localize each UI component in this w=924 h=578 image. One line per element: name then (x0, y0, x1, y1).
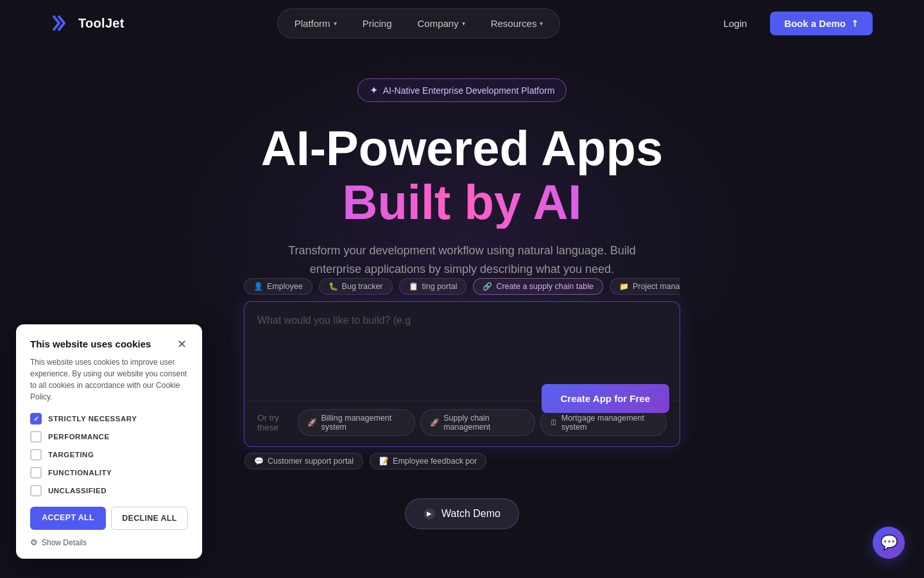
chat-icon: 💬 (880, 534, 898, 551)
cookie-option-unclassified: Unclassified (30, 485, 188, 496)
cookie-option-targeting: Targeting (30, 449, 188, 460)
gear-icon: ⚙ (30, 538, 38, 547)
functionality-label: Functionality (48, 469, 112, 477)
folder-icon: 📁 (619, 282, 629, 291)
hero-badge: ✦ AI-Native Enterprise Development Platf… (357, 78, 567, 102)
cookie-buttons: Accept All Decline All (30, 507, 188, 530)
nav-right: Login Book a Demo ↗ (713, 12, 873, 35)
chain-icon: 🔗 (483, 282, 492, 291)
chat-bubble-button[interactable]: 💬 (873, 527, 905, 559)
rocket-icon: 🚀 (307, 418, 317, 427)
create-app-button[interactable]: Create App for Free (542, 384, 669, 413)
tag-employee-feedback: 📝 Employee feedback por (370, 453, 486, 469)
chevron-down-icon: ▾ (334, 20, 337, 27)
build-textarea[interactable] (257, 315, 667, 392)
book-demo-button[interactable]: Book a Demo ↗ (770, 12, 873, 35)
try-chips: 🚀 Billing management system 🚀 Supply cha… (298, 409, 667, 436)
play-icon: ▶ (424, 508, 435, 520)
tag-bug-tracker: 🐛 Bug tracker (319, 278, 393, 295)
logo[interactable]: ToolJet (51, 14, 124, 32)
portal-icon: 📋 (409, 282, 418, 291)
navbar: ToolJet Platform ▾ Pricing Company ▾ Res… (0, 0, 924, 46)
chevron-down-icon: ▾ (462, 20, 465, 27)
logo-icon (51, 14, 72, 32)
suggestion-billing[interactable]: 🚀 Billing management system (298, 409, 415, 436)
calendar-icon: 🗓 (550, 418, 558, 427)
chevron-down-icon: ▾ (540, 20, 543, 27)
cookie-description: This website uses cookies to improve use… (30, 356, 188, 403)
tag-project: 📁 Project manage (610, 278, 680, 295)
watch-demo-button[interactable]: ▶ Watch Demo (405, 498, 519, 529)
accept-all-button[interactable]: Accept All (30, 507, 106, 530)
strictly-necessary-label: Strictly Necessary (48, 415, 137, 423)
suggestion-mortgage[interactable]: 🗓 Mortgage management system (540, 409, 667, 436)
tag-employee: 👤 Employee (244, 278, 312, 295)
tags-row-bottom: 💬 Customer support portal 📝 Employee fee… (244, 453, 680, 469)
note-icon: 📝 (379, 457, 389, 466)
cookie-banner: This website uses cookies ✕ This website… (16, 324, 202, 559)
build-box: Create App for Free Or try these 🚀 Billi… (244, 301, 680, 447)
tag-portal: 📋 ting portal (399, 278, 467, 295)
bug-icon: 🐛 (329, 282, 338, 291)
strictly-necessary-checkbox[interactable] (30, 413, 42, 425)
cookie-option-functionality: Functionality (30, 467, 188, 478)
rocket-icon: 🚀 (430, 418, 440, 427)
tags-row-top: 👤 Employee 🐛 Bug tracker 📋 ting portal 🔗… (244, 278, 680, 295)
logo-text: ToolJet (78, 16, 124, 31)
nav-item-platform[interactable]: Platform ▾ (283, 13, 348, 34)
cookie-title: This website uses cookies (30, 338, 151, 349)
or-try-label: Or try these (257, 413, 298, 432)
cookie-header: This website uses cookies ✕ (30, 338, 188, 350)
suggestion-supply-chain[interactable]: 🚀 Supply chain management (420, 409, 535, 436)
nav-item-resources[interactable]: Resources ▾ (479, 13, 555, 34)
cookie-option-performance: Performance (30, 431, 188, 442)
decline-all-button[interactable]: Decline All (111, 507, 188, 530)
build-area: 👤 Employee 🐛 Bug tracker 📋 ting portal 🔗… (244, 301, 680, 447)
chat-icon: 💬 (254, 457, 264, 466)
unclassified-checkbox[interactable] (30, 485, 42, 496)
unclassified-label: Unclassified (48, 487, 107, 495)
nav-center: Platform ▾ Pricing Company ▾ Resources ▾ (277, 8, 561, 39)
sparkle-icon: ✦ (370, 84, 378, 96)
arrow-icon: ↗ (848, 17, 861, 30)
tag-supply-chain: 🔗 Create a supply chain table (473, 278, 603, 295)
cookie-options: Strictly Necessary Performance Targeting… (30, 413, 188, 496)
cookie-close-button[interactable]: ✕ (176, 338, 188, 350)
show-details-button[interactable]: ⚙ Show Details (30, 538, 188, 547)
nav-item-pricing[interactable]: Pricing (351, 13, 404, 34)
performance-label: Performance (48, 433, 110, 441)
functionality-checkbox[interactable] (30, 467, 42, 478)
login-button[interactable]: Login (713, 13, 757, 34)
nav-item-company[interactable]: Company ▾ (406, 13, 476, 34)
hero-title-line1: AI-Powered Apps (261, 121, 663, 175)
hero-title-line2: Built by AI (261, 175, 663, 229)
hero-title: AI-Powered Apps Built by AI (261, 121, 663, 229)
tag-customer-support: 💬 Customer support portal (244, 453, 363, 469)
cookie-option-strictly-necessary: Strictly Necessary (30, 413, 188, 425)
targeting-label: Targeting (48, 451, 94, 459)
targeting-checkbox[interactable] (30, 449, 42, 460)
hero-subtitle: Transform your development workflow usin… (263, 241, 661, 279)
performance-checkbox[interactable] (30, 431, 42, 442)
user-icon: 👤 (253, 282, 263, 291)
